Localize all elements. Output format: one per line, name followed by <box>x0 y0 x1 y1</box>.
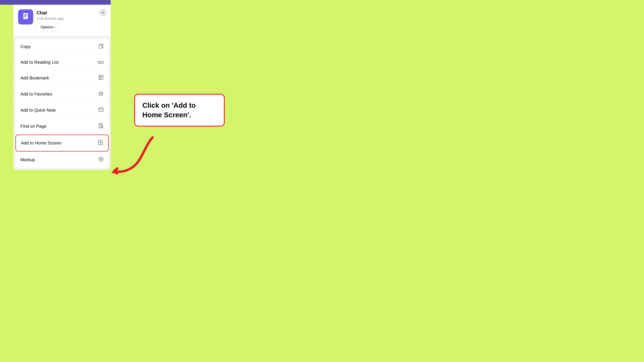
close-icon: ✕ <box>102 10 104 14</box>
menu-group-markup: Markup <box>16 152 109 168</box>
svg-rect-3 <box>24 15 27 16</box>
favorites-label: Add to Favorites <box>20 91 52 97</box>
chevron-right-icon: › <box>54 25 55 29</box>
svg-marker-17 <box>99 91 103 95</box>
menu-item-bookmark[interactable]: Add Bookmark <box>16 70 109 86</box>
svg-rect-6 <box>99 45 102 49</box>
instruction-box: Click on 'Add to Home Screen'. <box>134 94 225 126</box>
top-bar <box>0 0 111 5</box>
menu-item-add-home-screen[interactable]: Add to Home Screen <box>16 135 109 151</box>
quick-note-label: Add to Quick Note <box>20 108 56 113</box>
book-icon <box>98 75 104 81</box>
glasses-icon <box>98 59 104 65</box>
find-on-page-label: Find on Page <box>20 124 46 129</box>
arrow-indicator <box>99 127 156 174</box>
svg-rect-19 <box>99 123 102 128</box>
app-icon <box>18 9 33 24</box>
options-button[interactable]: Options › <box>36 23 59 31</box>
star-icon <box>98 91 104 97</box>
svg-rect-12 <box>99 75 103 80</box>
reading-list-label: Add to Reading List <box>20 60 58 65</box>
app-icon-letter <box>21 12 30 22</box>
svg-rect-2 <box>24 14 27 15</box>
close-button[interactable]: ✕ <box>99 9 107 16</box>
bookmark-label: Add Bookmark <box>20 75 49 81</box>
menu-item-copy[interactable]: Copy <box>16 39 109 55</box>
svg-rect-4 <box>24 16 26 17</box>
add-home-screen-label: Add to Home Screen <box>21 140 62 146</box>
svg-line-10 <box>98 61 98 62</box>
markup-label: Markup <box>20 157 35 162</box>
menu-item-find-on-page[interactable]: Find on Page <box>16 118 109 134</box>
svg-line-11 <box>103 61 104 62</box>
share-panel: Chat chat.docxter.app Options › ✕ Copy <box>14 5 111 170</box>
menu-group-1: Copy Add to Reading List <box>16 39 109 134</box>
copy-label: Copy <box>20 44 31 49</box>
copy-icon <box>98 43 104 50</box>
menu-item-reading-list[interactable]: Add to Reading List <box>16 55 109 70</box>
menu-item-favorites[interactable]: Add to Favorites <box>16 86 109 102</box>
app-url: chat.docxter.app <box>36 16 106 21</box>
svg-rect-1 <box>23 13 28 19</box>
note-icon <box>98 107 104 113</box>
app-info: Chat chat.docxter.app Options › <box>36 9 106 31</box>
app-title: Chat <box>36 10 106 16</box>
options-label: Options <box>40 25 53 29</box>
share-header: Chat chat.docxter.app Options › ✕ <box>14 5 111 36</box>
menu-list: Copy Add to Reading List <box>14 39 111 168</box>
menu-item-quick-note[interactable]: Add to Quick Note <box>16 102 109 118</box>
instruction-text: Click on 'Add to Home Screen'. <box>142 101 196 119</box>
menu-item-markup[interactable]: Markup <box>16 152 109 168</box>
